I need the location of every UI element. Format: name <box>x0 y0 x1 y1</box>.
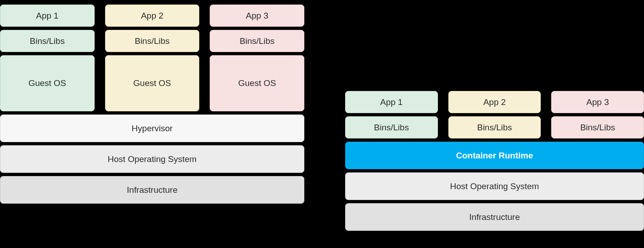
container-app-2: App 2 <box>448 91 541 113</box>
vm-guest-2: Guest OS <box>105 55 200 111</box>
vm-bins-row: Bins/Libs Bins/Libs Bins/Libs <box>0 30 304 52</box>
vm-bins-1: Bins/Libs <box>0 30 95 52</box>
vm-app-2: App 2 <box>105 5 200 27</box>
vm-host-os-layer: Host Operating System <box>0 145 304 173</box>
vm-bins-3: Bins/Libs <box>210 30 304 52</box>
container-bins-row: Bins/Libs Bins/Libs Bins/Libs <box>345 116 644 138</box>
vm-app-3: App 3 <box>210 5 304 27</box>
container-bins-3: Bins/Libs <box>551 116 644 138</box>
container-apps-row: App 1 App 2 App 3 <box>345 91 644 113</box>
container-bins-1: Bins/Libs <box>345 116 438 138</box>
container-app-1: App 1 <box>345 91 438 113</box>
container-infrastructure-layer: Infrastructure <box>345 203 644 231</box>
hypervisor-layer: Hypervisor <box>0 114 304 142</box>
container-app-3: App 3 <box>551 91 644 113</box>
container-host-os-layer: Host Operating System <box>345 172 644 200</box>
container-runtime-layer: Container Runtime <box>345 142 644 169</box>
vm-infrastructure-layer: Infrastructure <box>0 176 304 204</box>
vm-guest-row: Guest OS Guest OS Guest OS <box>0 55 304 111</box>
container-architecture-diagram: App 1 App 2 App 3 Bins/Libs Bins/Libs Bi… <box>345 5 644 248</box>
vm-architecture-diagram: App 1 App 2 App 3 Bins/Libs Bins/Libs Bi… <box>0 5 304 248</box>
vm-apps-row: App 1 App 2 App 3 <box>0 5 304 27</box>
vm-app-1: App 1 <box>0 5 95 27</box>
vm-bins-2: Bins/Libs <box>105 30 200 52</box>
container-bins-2: Bins/Libs <box>448 116 541 138</box>
vm-guest-1: Guest OS <box>0 55 95 111</box>
vm-guest-3: Guest OS <box>210 55 304 111</box>
